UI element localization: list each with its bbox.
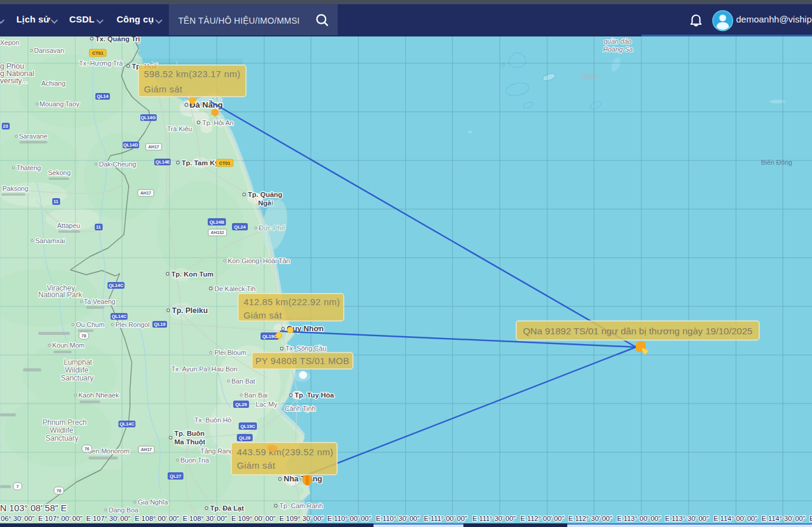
svg-text:E 1: E 1 bbox=[810, 515, 812, 522]
svg-text:Trà Kiệu: Trà Kiệu bbox=[167, 125, 192, 133]
svg-text:AH132: AH132 bbox=[211, 230, 224, 235]
svg-text:E 111° 30′ 00″: E 111° 30′ 00″ bbox=[473, 515, 516, 522]
svg-text:11: 11 bbox=[96, 224, 101, 230]
svg-text:QL14G: QL14G bbox=[141, 115, 156, 120]
svg-text:Ta Veaeng: Ta Veaeng bbox=[84, 298, 115, 305]
svg-text:Koun Mom: Koun Mom bbox=[52, 342, 84, 349]
svg-text:Giám sát: Giám sát bbox=[144, 84, 183, 94]
svg-text:QL14C: QL14C bbox=[109, 283, 124, 288]
svg-text:Thateng: Thateng bbox=[16, 164, 41, 171]
svg-text:Wildlife: Wildlife bbox=[65, 366, 89, 374]
svg-text:Sanamxai: Sanamxai bbox=[35, 237, 65, 244]
svg-text:AH17: AH17 bbox=[148, 145, 159, 149]
svg-text:Tp. Pleiku: Tp. Pleiku bbox=[172, 306, 208, 315]
svg-text:QNa 91892 TS/01 ngư dân bị thư: QNa 91892 TS/01 ngư dân bị thương ngày 1… bbox=[523, 326, 752, 336]
svg-text:Attapeu: Attapeu bbox=[57, 222, 80, 229]
svg-text:AH17: AH17 bbox=[140, 191, 151, 195]
svg-text:QL24B: QL24B bbox=[210, 219, 225, 225]
svg-text:E 110° 30′ 00″: E 110° 30′ 00″ bbox=[376, 515, 420, 522]
svg-text:N 103° 08′ 58″ E: N 103° 08′ 58″ E bbox=[0, 503, 67, 513]
svg-text:Tp. Kon Tum: Tp. Kon Tum bbox=[171, 270, 213, 278]
svg-text:quần đảo: quần đảo bbox=[604, 38, 632, 45]
svg-text:412.85 km(222.92 nm): 412.85 km(222.92 nm) bbox=[244, 297, 340, 307]
svg-text:23: 23 bbox=[3, 123, 8, 129]
svg-text:E 108° 00′ 00″: E 108° 00′ 00″ bbox=[135, 515, 179, 522]
svg-text:E 112° 30′ 00″: E 112° 30′ 00″ bbox=[568, 515, 612, 522]
svg-text:Dansavan: Dansavan bbox=[34, 47, 64, 54]
svg-text:Saravane: Saravane bbox=[19, 133, 47, 140]
svg-text:7: 7 bbox=[16, 484, 19, 489]
svg-text:11: 11 bbox=[53, 199, 58, 204]
svg-text:QL14E: QL14E bbox=[155, 159, 170, 165]
svg-text:E 113° 30′ 00″: E 113° 30′ 00″ bbox=[665, 515, 709, 522]
svg-text:Kaoh Nheaek: Kaoh Nheaek bbox=[78, 391, 119, 399]
svg-text:Cành Tịnh: Cành Tịnh bbox=[285, 405, 316, 412]
svg-text:443.59 km(239.52 nm): 443.59 km(239.52 nm) bbox=[237, 447, 333, 457]
svg-text:Tp. Đà Lạt: Tp. Đà Lạt bbox=[210, 505, 244, 512]
svg-text:PY 94808 TS/01 MOB: PY 94808 TS/01 MOB bbox=[255, 356, 349, 366]
svg-text:E 114° 00′ 00″: E 114° 00′ 00″ bbox=[714, 515, 757, 522]
svg-text:E 106° 30′ 00″: E 106° 30′ 00″ bbox=[0, 515, 35, 522]
svg-text:QL14C: QL14C bbox=[120, 421, 135, 427]
svg-text:QL14D: QL14D bbox=[123, 142, 138, 148]
svg-text:Ou Chum: Ou Chum bbox=[76, 321, 104, 328]
svg-text:E 108° 30′ 00″: E 108° 30′ 00″ bbox=[183, 515, 227, 522]
svg-text:76: 76 bbox=[84, 447, 89, 451]
svg-text:Kon Giong: Kon Giong bbox=[228, 257, 259, 264]
svg-text:Tăng Rang: Tăng Rang bbox=[200, 447, 233, 455]
svg-text:Buon Tria: Buon Tria bbox=[180, 456, 210, 464]
svg-text:Dang Boa: Dang Boa bbox=[109, 506, 139, 514]
svg-text:National Park: National Park bbox=[38, 291, 83, 299]
svg-text:Sen Monorom: Sen Monorom bbox=[87, 447, 129, 455]
svg-text:Sekong: Sekong bbox=[48, 169, 70, 176]
svg-text:Plei Rongol: Plei Rongol bbox=[115, 321, 149, 328]
svg-text:AH17: AH17 bbox=[141, 447, 152, 452]
svg-text:QL26: QL26 bbox=[239, 435, 251, 441]
svg-text:Tp. Quảng: Tp. Quảng bbox=[248, 191, 282, 198]
svg-text:Gia Nghĩa: Gia Nghĩa bbox=[138, 498, 168, 506]
svg-text:E 112° 00′ 00″: E 112° 00′ 00″ bbox=[520, 515, 564, 522]
svg-text:Tp. Cam Ranh: Tp. Cam Ranh bbox=[279, 502, 323, 509]
svg-text:Tx. Sông Cầu: Tx. Sông Cầu bbox=[285, 345, 326, 352]
svg-text:Tx. Hương Trà: Tx. Hương Trà bbox=[79, 60, 123, 67]
svg-text:E 109° 30′ 00″: E 109° 30′ 00″ bbox=[279, 515, 324, 522]
svg-text:Xepon: Xepon bbox=[0, 39, 19, 46]
svg-text:76: 76 bbox=[56, 489, 61, 493]
svg-text:CT01: CT01 bbox=[219, 160, 230, 166]
svg-text:E 107° 00′ 00″: E 107° 00′ 00″ bbox=[38, 515, 83, 522]
svg-text:Tx. Buôn Hồ: Tx. Buôn Hồ bbox=[194, 416, 231, 424]
svg-text:Biển Đông: Biển Đông bbox=[761, 159, 792, 166]
svg-text:Hoàng Sa: Hoàng Sa bbox=[603, 46, 633, 53]
svg-text:CT01: CT01 bbox=[92, 50, 103, 56]
svg-text:QL14: QL14 bbox=[97, 94, 109, 99]
svg-text:E 110° 00′ 00″: E 110° 00′ 00″ bbox=[327, 515, 371, 522]
svg-text:QL19C: QL19C bbox=[262, 334, 278, 339]
svg-text:Achiang: Achiang bbox=[41, 80, 66, 87]
svg-text:Hoài Tân: Hoài Tân bbox=[263, 257, 290, 264]
svg-text:QL19C: QL19C bbox=[241, 424, 256, 429]
svg-text:E 107° 30′ 00″: E 107° 30′ 00″ bbox=[86, 515, 131, 522]
svg-text:E 111° 00′ 00″: E 111° 00′ 00″ bbox=[424, 515, 467, 522]
svg-text:Tp. Buôn: Tp. Buôn bbox=[174, 430, 205, 437]
svg-text:Sanctuary: Sanctuary bbox=[61, 374, 94, 382]
svg-text:De Kaleck Tih: De Kaleck Tih bbox=[214, 285, 256, 292]
svg-text:Tp. Hội An: Tp. Hội An bbox=[202, 119, 233, 126]
svg-text:Giám sát: Giám sát bbox=[244, 310, 282, 320]
svg-text:Tx. Ayun Pa: Tx. Ayun Pa bbox=[171, 365, 208, 373]
svg-text:Sanctuary: Sanctuary bbox=[46, 434, 78, 443]
svg-text:Lac My: Lac My bbox=[256, 401, 278, 408]
svg-text:E 114° 30′ 00″: E 114° 30′ 00″ bbox=[762, 515, 805, 522]
svg-text:Mouang Taoy: Mouang Taoy bbox=[39, 100, 80, 108]
svg-text:E 113° 00′ 00″: E 113° 00′ 00″ bbox=[617, 515, 661, 522]
svg-text:Dak Cheung: Dak Cheung bbox=[99, 160, 136, 168]
svg-text:78: 78 bbox=[81, 334, 86, 338]
svg-text:Ma Thuột: Ma Thuột bbox=[174, 438, 205, 446]
svg-text:Ban Bai: Ban Bai bbox=[244, 391, 268, 399]
svg-text:QL19: QL19 bbox=[154, 322, 166, 327]
svg-text:QL14C: QL14C bbox=[112, 314, 127, 319]
svg-text:Paksong: Paksong bbox=[2, 185, 29, 192]
svg-text:Tp. Tuy Hòa: Tp. Tuy Hòa bbox=[295, 391, 335, 399]
svg-text:QL24: QL24 bbox=[234, 224, 247, 230]
svg-text:Wildlife: Wildlife bbox=[50, 426, 73, 435]
svg-text:QL27: QL27 bbox=[170, 474, 182, 479]
